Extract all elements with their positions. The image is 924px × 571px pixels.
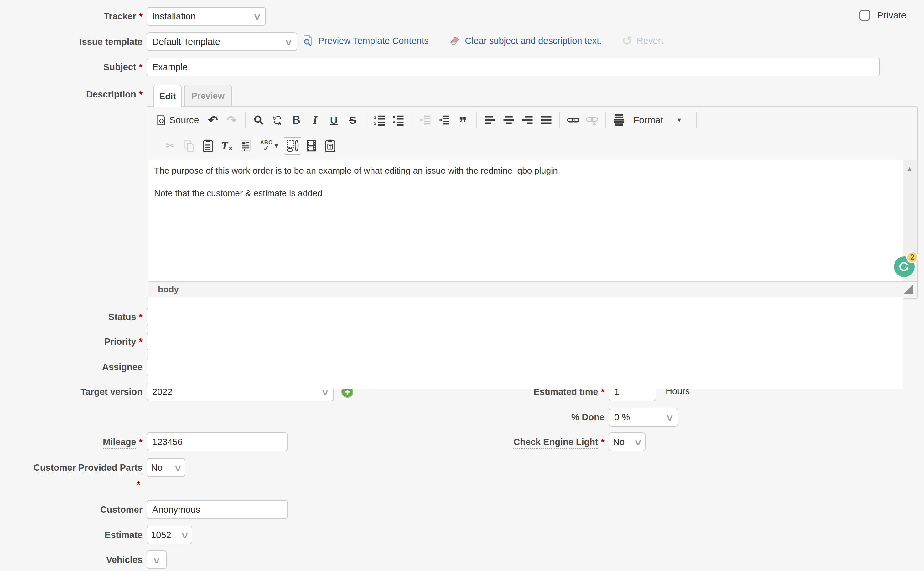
required-asterisk: * [139,90,143,99]
description-line-1: The purpose of this work order is to be … [154,165,897,176]
strikethrough-icon[interactable]: S [344,111,362,129]
mileage-input[interactable]: 123456 [146,432,288,451]
check-engine-light-label: Check Engine Light* [360,436,605,448]
estimate-select[interactable]: 1052 ˅ [146,526,192,544]
toolbar-separator [411,112,412,128]
mileage-label: Mileage* [0,436,143,448]
description-label: Description* [0,89,143,100]
blockquote-icon[interactable]: ❞ [454,111,472,129]
eraser-icon [448,34,460,47]
find-icon[interactable] [250,111,268,129]
italic-icon[interactable]: I [306,111,324,129]
percent-done-select[interactable]: 0 % ˅ [608,408,678,426]
percent-done-label: % Done [360,412,605,423]
dropdown-caret-icon: ▾ [678,116,681,124]
estimate-label: Estimate [0,529,143,541]
justify-icon[interactable] [537,111,555,129]
format-dropdown[interactable]: Format ▾ [629,111,691,129]
issue-template-label-text: Issue template [80,37,143,47]
format-dropdown-label: Format [633,115,663,125]
customer-label-text: Customer [100,505,143,515]
issue-template-select[interactable]: Default Template ˅ [146,32,297,51]
customer-input[interactable]: Anonymous [146,500,288,519]
toolbar-separator [245,112,246,128]
toolbar-separator [366,112,367,128]
subject-input[interactable]: Example [146,58,880,76]
status-label: Status* [0,311,143,323]
chevron-down-icon: ˅ [175,463,181,474]
description-textarea[interactable]: The purpose of this work order is to be … [148,160,903,389]
numbered-list-icon[interactable]: 1 2 [371,111,388,129]
source-doc-icon [157,115,166,125]
align-left-icon[interactable] [481,111,499,129]
paste-icon[interactable] [199,137,217,154]
underline-icon[interactable]: U [325,111,343,129]
svg-text:T: T [329,145,332,150]
percent-done-label-text: % Done [571,412,605,422]
toolbar-separator [559,112,560,128]
remove-format-x-glyph: x [229,144,233,152]
toolbar-separator [476,112,477,128]
link-icon[interactable] [564,111,582,129]
target-version-label-text: Target version [80,387,143,397]
remove-format-icon[interactable]: Tx [218,137,236,154]
subject-label: Subject* [0,62,143,73]
outdent-icon [417,111,434,129]
svg-text:2: 2 [374,121,376,126]
bold-icon[interactable]: B [288,111,305,129]
replace-icon[interactable]: b a [269,111,286,129]
cut-glyph: ✂ [165,139,176,153]
templates-icon[interactable] [237,137,254,154]
source-button[interactable]: Source [153,111,203,129]
select-all-icon[interactable] [284,137,301,154]
chevron-down-icon: ˅ [254,12,260,22]
customer-provided-parts-asterisk: * [0,479,140,490]
align-center-icon[interactable] [500,111,517,129]
priority-label-text: Priority [104,336,136,347]
tab-edit[interactable]: Edit [154,85,182,108]
vehicles-select[interactable]: ˅ [146,550,166,569]
customer-provided-parts-select[interactable]: No ˅ [146,458,185,477]
media-embed-icon[interactable] [303,137,320,154]
redo-icon: ↷ [223,111,240,129]
editor-toolbar-row-2: ✂ Tx ABC✓ ▾ T [147,133,917,158]
tab-preview[interactable]: Preview [184,85,232,107]
percent-done-value: 0 % [614,412,630,423]
spellcheck-check-glyph: ✓ [263,145,270,152]
element-path-body[interactable]: body [158,285,179,295]
editor-element-path: body [148,281,917,298]
spellcheck-icon[interactable]: ABC✓ ▾ [256,137,283,154]
required-asterisk: * [139,336,143,347]
private-checkbox[interactable] [859,10,870,21]
resize-handle-icon[interactable] [903,285,913,294]
bulleted-list-icon[interactable] [390,111,407,129]
estimate-value: 1052 [151,530,171,540]
preview-template-link[interactable]: Preview Template Contents [318,36,428,46]
clear-subject-description-link[interactable]: Clear subject and description text. [465,36,602,46]
align-right-icon[interactable] [519,111,536,129]
issue-template-label: Issue template [0,36,143,47]
tracker-label: Tracker* [0,11,143,22]
paste-as-text-icon[interactable]: T [321,137,339,154]
tracker-select[interactable]: Installation ˅ [146,7,266,26]
check-engine-light-select[interactable]: No ˅ [608,432,645,451]
redo-glyph: ↷ [227,114,237,126]
indent-icon[interactable] [435,111,453,129]
dropdown-caret-icon: ▾ [274,142,278,150]
required-asterisk: * [139,437,143,447]
strike-glyph: S [349,114,356,126]
svg-text:a: a [278,120,282,126]
status-label-text: Status [108,312,136,322]
tab-preview-label: Preview [191,91,225,101]
required-asterisk: * [139,312,143,322]
line-height-icon[interactable] [610,111,628,129]
customer-label: Customer [0,504,143,515]
check-engine-light-label-text: Check Engine Light [513,437,598,449]
target-version-label: Target version [0,386,143,397]
chevron-down-icon: ˅ [182,530,188,541]
vehicles-label: Vehicles [0,554,143,565]
required-asterisk: * [601,437,605,447]
remove-format-t-glyph: T [221,139,228,152]
subject-value: Example [152,62,188,73]
undo-icon[interactable]: ↶ [204,111,222,129]
